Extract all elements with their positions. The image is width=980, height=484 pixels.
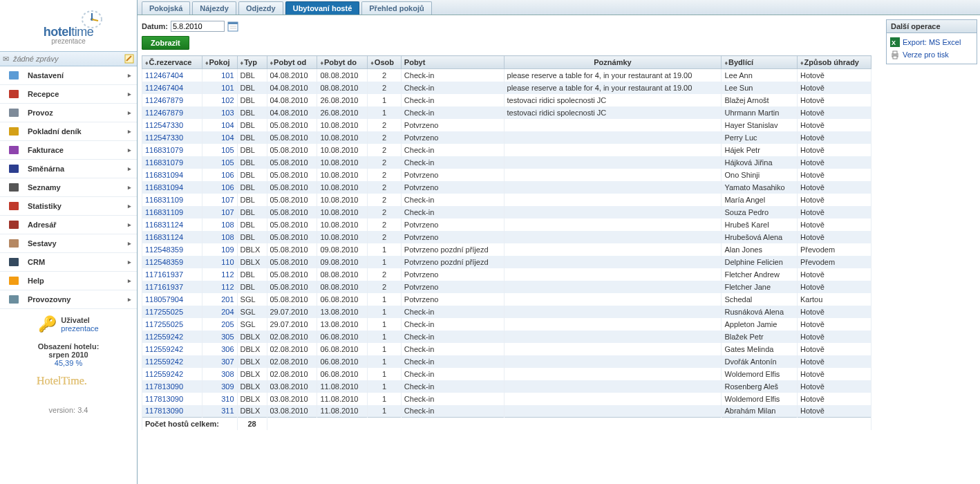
cell[interactable]: 116831079 (142, 144, 202, 156)
cell[interactable]: 117161937 (142, 281, 202, 293)
col-4[interactable]: ♦Pobyt do (317, 56, 368, 69)
cell[interactable]: 112548359 (142, 243, 202, 256)
tab-3[interactable]: Ubytovaní hosté (285, 1, 360, 15)
cell[interactable]: 112559242 (142, 355, 202, 368)
col-0[interactable]: ♦Č.rezervace (142, 56, 202, 69)
col-5[interactable]: ♦Osob (368, 56, 402, 69)
menu-help[interactable]: Help▸ (0, 272, 137, 290)
cell: Appleton Jamie (722, 318, 797, 331)
menu-adresář[interactable]: Adresář▸ (0, 216, 137, 234)
cell[interactable]: 204 (202, 306, 237, 318)
cell[interactable]: 305 (202, 331, 237, 343)
col-2[interactable]: ♦Typ (237, 56, 267, 69)
cell[interactable]: 109 (202, 243, 237, 256)
cell[interactable]: 101 (202, 69, 237, 82)
col-3[interactable]: ♦Pobyt od (267, 56, 317, 69)
col-8[interactable]: ♦Bydlící (722, 56, 797, 69)
cell[interactable]: 101 (202, 82, 237, 94)
cell[interactable]: 112559242 (142, 331, 202, 343)
cell[interactable]: 116831109 (142, 206, 202, 218)
tab-1[interactable]: Nájezdy (192, 1, 236, 15)
cell[interactable]: 117255025 (142, 306, 202, 318)
cell[interactable]: 205 (202, 318, 237, 331)
cell[interactable]: 106 (202, 169, 237, 181)
cell[interactable]: 108 (202, 218, 237, 231)
cell[interactable]: 112559242 (142, 343, 202, 355)
cell[interactable]: 117255025 (142, 318, 202, 331)
menu-směnárna[interactable]: Směnárna▸ (0, 160, 137, 178)
cell[interactable]: 107 (202, 206, 237, 218)
cell[interactable]: 311 (202, 405, 237, 418)
cell[interactable]: 104 (202, 119, 237, 131)
cell[interactable]: 112467879 (142, 94, 202, 106)
cell[interactable]: 116831124 (142, 231, 202, 243)
cell[interactable]: 116831094 (142, 181, 202, 194)
menu-statistiky[interactable]: Statistiky▸ (0, 197, 137, 216)
cell[interactable]: 112 (202, 281, 237, 293)
cell (504, 231, 722, 243)
cell[interactable]: 118057904 (142, 293, 202, 306)
calendar-icon[interactable] (227, 21, 238, 32)
tab-2[interactable]: Odjezdy (238, 1, 283, 15)
cell: 10.08.2010 (317, 194, 368, 206)
cell[interactable]: 116831109 (142, 194, 202, 206)
cell[interactable]: 112559242 (142, 368, 202, 380)
menu-nastavení[interactable]: Nastavení▸ (0, 66, 137, 85)
cell[interactable]: 112 (202, 268, 237, 281)
cell[interactable]: 105 (202, 144, 237, 156)
cell[interactable]: 309 (202, 380, 237, 393)
cell[interactable]: 117813090 (142, 380, 202, 393)
cell[interactable]: 112467404 (142, 69, 202, 82)
cell: Abrahám Milan (722, 405, 797, 418)
cell[interactable]: 117161937 (142, 268, 202, 281)
cell[interactable]: 201 (202, 293, 237, 306)
cell[interactable]: 306 (202, 343, 237, 355)
cell: Hotově (797, 169, 871, 181)
cell[interactable]: 107 (202, 194, 237, 206)
cell[interactable]: 112548359 (142, 256, 202, 268)
date-input[interactable] (171, 21, 225, 32)
cell[interactable]: 116831124 (142, 218, 202, 231)
menu-seznamy[interactable]: Seznamy▸ (0, 178, 137, 197)
cell[interactable]: 106 (202, 181, 237, 194)
menu-provozovny[interactable]: Provozovny▸ (0, 290, 137, 309)
menu-pokladní deník[interactable]: Pokladní deník▸ (0, 122, 137, 141)
export-excel-link[interactable]: XExport: MS Excel (889, 36, 974, 48)
cell[interactable]: 307 (202, 355, 237, 368)
menu-recepce[interactable]: Recepce▸ (0, 85, 137, 104)
user-name[interactable]: prezentace (61, 324, 98, 333)
menu-provoz[interactable]: Provoz▸ (0, 104, 137, 122)
col-9[interactable]: ♦Způsob úhrady (797, 56, 871, 69)
cell[interactable]: 112547330 (142, 119, 202, 131)
cell[interactable]: 108 (202, 231, 237, 243)
show-button[interactable]: Zobrazit (142, 36, 189, 50)
messages-bar[interactable]: ✉ žádné zprávy (0, 51, 137, 66)
col-1[interactable]: ♦Pokoj (202, 56, 237, 69)
cell: Lee Ann (722, 69, 797, 82)
cell[interactable]: 112467404 (142, 82, 202, 94)
menu-fakturace[interactable]: Fakturace▸ (0, 141, 137, 160)
cell[interactable]: 112467879 (142, 106, 202, 119)
menu-crm[interactable]: CRM▸ (0, 253, 137, 272)
cell: 2 (368, 181, 402, 194)
menu-sestavy[interactable]: Sestavy▸ (0, 234, 137, 253)
print-link[interactable]: Verze pro tisk (889, 48, 974, 61)
cell[interactable]: 112547330 (142, 131, 202, 144)
cell[interactable]: 310 (202, 393, 237, 405)
main-area: PokojskáNájezdyOdjezdyUbytovaní hostéPře… (138, 0, 980, 484)
compose-icon[interactable] (124, 54, 134, 64)
cell[interactable]: 116831094 (142, 169, 202, 181)
tab-0[interactable]: Pokojská (142, 1, 190, 15)
cell[interactable]: 105 (202, 156, 237, 169)
cell: DBLX (237, 405, 267, 418)
cell[interactable]: 116831079 (142, 156, 202, 169)
cell[interactable]: 117813090 (142, 393, 202, 405)
cell[interactable]: 110 (202, 256, 237, 268)
cell[interactable]: 117813090 (142, 405, 202, 418)
cell[interactable]: 308 (202, 368, 237, 380)
occupancy-value[interactable]: 45,39 % (0, 359, 137, 367)
cell[interactable]: 102 (202, 94, 237, 106)
cell[interactable]: 103 (202, 106, 237, 119)
tab-4[interactable]: Přehled pokojů (361, 1, 431, 15)
cell[interactable]: 104 (202, 131, 237, 144)
